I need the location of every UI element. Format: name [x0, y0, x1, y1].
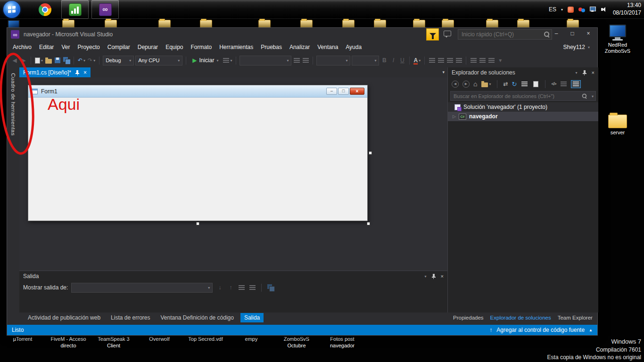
- menu-ventana[interactable]: Ventana: [314, 42, 342, 52]
- menu-analizar[interactable]: Analizar: [286, 42, 314, 52]
- desktop-icon-nedred[interactable]: NedRed ZomboSvS: [603, 25, 633, 54]
- tab-team-explorer[interactable]: Team Explorer: [555, 313, 595, 322]
- desktop-icon-label[interactable]: Fotos post navegador: [320, 336, 365, 349]
- solution-explorer-header[interactable]: Explorador de soluciones ▾ ×: [448, 67, 598, 78]
- view-code-icon[interactable]: </>: [551, 82, 556, 86]
- menu-depurar[interactable]: Depurar: [134, 42, 162, 52]
- home-icon[interactable]: ⌂: [473, 80, 477, 88]
- desktop-icon-label[interactable]: FiveM - Acceso directo: [46, 336, 91, 349]
- language-caret-icon[interactable]: ▾: [561, 8, 563, 12]
- taskbar-chrome-button[interactable]: [31, 0, 58, 19]
- chevron-down-icon[interactable]: ▾: [592, 94, 594, 99]
- menu-pruebas[interactable]: Pruebas: [257, 42, 286, 52]
- open-file-icon[interactable]: [45, 56, 52, 65]
- find-options-icon[interactable]: [293, 56, 300, 65]
- menu-ver[interactable]: Ver: [58, 42, 74, 52]
- forward-icon[interactable]: ▶: [462, 81, 470, 88]
- start-debug-button[interactable]: ▶ Iniciar ▾: [190, 56, 221, 65]
- save-all-icon[interactable]: [63, 56, 70, 65]
- tree-row-project[interactable]: ▷ C# navegador: [448, 112, 598, 121]
- tab-lista-errores[interactable]: Lista de errores: [107, 313, 154, 322]
- menu-archivo[interactable]: Archivo: [9, 42, 35, 52]
- navigate-back-icon[interactable]: ◀: [11, 56, 18, 65]
- taskbar-visual-studio-button[interactable]: ∞: [91, 0, 119, 19]
- menu-equipo[interactable]: Equipo: [162, 42, 187, 52]
- new-file-icon[interactable]: ▾: [34, 56, 43, 65]
- clear-all-icon[interactable]: [238, 283, 245, 292]
- pin-icon[interactable]: [75, 70, 80, 75]
- undo-icon[interactable]: ↶▾: [77, 56, 86, 65]
- tab-actividad-publicacion[interactable]: Actividad de publicación web: [24, 313, 104, 322]
- window-position-caret-icon[interactable]: ▾: [576, 71, 578, 75]
- preview-selected-items-icon[interactable]: [571, 80, 581, 88]
- resize-handle-bottom-right[interactable]: [367, 222, 370, 225]
- find-combo[interactable]: ▾: [239, 56, 291, 66]
- desktop-icon-label[interactable]: Top Secred.vdf: [183, 336, 228, 343]
- desktop-icon-label[interactable]: Overwolf: [137, 336, 182, 343]
- desktop-icon-label[interactable]: ZomboSvS Octubre: [274, 336, 319, 349]
- solution-search-input[interactable]: [450, 91, 596, 101]
- tray-app-icon[interactable]: [568, 7, 574, 13]
- minimize-button[interactable]: –: [548, 28, 564, 39]
- network-icon[interactable]: [590, 7, 596, 12]
- sync-with-active-document-icon[interactable]: ⇄: [503, 81, 508, 87]
- output-header[interactable]: Salida ▾ ×: [19, 271, 447, 281]
- back-icon[interactable]: ◀: [452, 81, 459, 88]
- menu-herramientas[interactable]: Herramientas: [215, 42, 257, 52]
- font-size-combo[interactable]: ▾: [352, 56, 379, 66]
- tab-salida[interactable]: Salida: [240, 313, 264, 322]
- close-panel-icon[interactable]: ×: [441, 273, 444, 279]
- menu-compilar[interactable]: Compilar: [104, 42, 134, 52]
- start-button[interactable]: [3, 1, 20, 18]
- refresh-icon[interactable]: ↻: [512, 81, 517, 88]
- toolbox-tab[interactable]: Cuadro de herramientas: [10, 67, 16, 136]
- desktop-icon-server[interactable]: server: [604, 115, 631, 136]
- tree-row-solution[interactable]: Solución 'navegador' (1 proyecto): [448, 102, 598, 112]
- font-name-combo[interactable]: ▾: [316, 56, 350, 66]
- switch-views-icon[interactable]: ▾: [481, 79, 491, 89]
- forms-designer-surface[interactable]: Form1 – □ ×: [19, 77, 447, 271]
- underline-icon[interactable]: U: [398, 56, 406, 65]
- designed-form[interactable]: Form1 – □ ×: [28, 85, 368, 221]
- desktop-icon-label[interactable]: empy: [229, 336, 274, 343]
- taskbar-green-app-button[interactable]: [61, 0, 89, 19]
- make-same-size-icon[interactable]: [455, 56, 462, 65]
- collapse-all-icon[interactable]: [520, 79, 528, 89]
- close-button[interactable]: ×: [580, 28, 596, 39]
- resize-handle-right[interactable]: [369, 151, 372, 155]
- align-center-icon[interactable]: [437, 56, 445, 65]
- feedback-icon[interactable]: [444, 31, 451, 36]
- desktop-icon-label[interactable]: TeamSpeak 3 Client: [91, 336, 136, 349]
- solution-configuration-combo[interactable]: Debug▾: [103, 56, 134, 66]
- bold-icon[interactable]: B: [380, 56, 388, 65]
- title-bar[interactable]: ∞ navegador - Microsoft Visual Studio – …: [7, 28, 597, 41]
- close-panel-icon[interactable]: ×: [592, 70, 594, 75]
- tray-status-icon[interactable]: [578, 7, 585, 13]
- document-tab-form1[interactable]: Form1.cs [Diseño]* ×: [19, 67, 91, 77]
- toggle-output-icon[interactable]: [267, 283, 274, 292]
- close-tab-icon[interactable]: ×: [83, 69, 87, 76]
- tab-explorador-soluciones[interactable]: Explorador de soluciones: [487, 313, 554, 322]
- document-list-caret-icon[interactable]: ▾: [442, 70, 445, 74]
- desktop-icon-label[interactable]: µTorrent: [0, 336, 45, 343]
- menu-editar[interactable]: Editar: [35, 42, 58, 52]
- word-wrap-icon[interactable]: [248, 283, 256, 292]
- taskbar-clock[interactable]: 13:40 08/10/2017: [613, 2, 641, 16]
- language-indicator[interactable]: ES: [549, 6, 556, 13]
- expander-icon[interactable]: ▷: [453, 114, 456, 119]
- next-message-icon[interactable]: ↑: [227, 283, 234, 292]
- toolbar-overflow-icon[interactable]: ▾: [496, 56, 504, 65]
- quick-launch-input[interactable]: [458, 29, 552, 40]
- output-source-combo[interactable]: ▾: [71, 283, 213, 293]
- tab-propiedades[interactable]: Propiedades: [450, 313, 487, 322]
- align-right-icon[interactable]: [446, 56, 454, 65]
- save-icon[interactable]: [54, 56, 61, 65]
- maximize-button[interactable]: □: [564, 28, 580, 39]
- add-to-source-control[interactable]: ↑ Agregar al control de código fuente ▲: [489, 327, 593, 333]
- font-color-icon[interactable]: A▾: [413, 56, 421, 65]
- previous-message-icon[interactable]: ↓: [216, 283, 223, 292]
- properties-icon[interactable]: [532, 79, 539, 89]
- redo-icon[interactable]: ↷▾: [87, 56, 96, 65]
- performance-icon[interactable]: ▾: [223, 56, 232, 65]
- align-left-icon[interactable]: [428, 56, 436, 65]
